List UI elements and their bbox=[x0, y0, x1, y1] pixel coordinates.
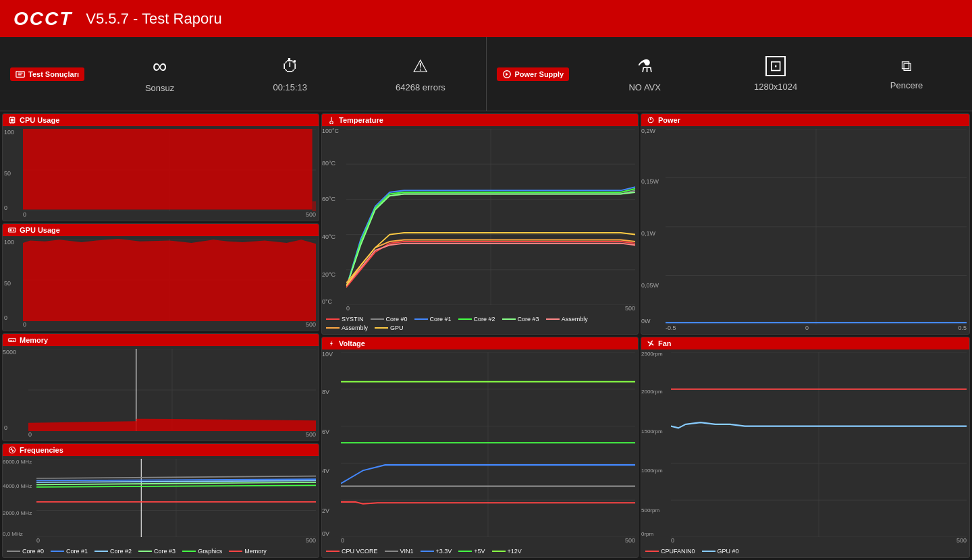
volt-cpuvcore-line bbox=[326, 551, 340, 552]
temp-legend-core3: Core #3 bbox=[502, 316, 539, 323]
test-results-items: ∞ Sonsuz ⏱ 00:15:13 ⚠ 64268 errors bbox=[94, 55, 486, 93]
svg-rect-16 bbox=[23, 129, 313, 210]
temp-y-60: 60°C bbox=[322, 196, 335, 202]
cpu-y-0: 0 bbox=[4, 204, 7, 211]
volt-12v-line bbox=[492, 551, 506, 552]
temp-x-0: 0 bbox=[346, 305, 350, 312]
fan-y-500: 500rpm bbox=[641, 507, 659, 513]
gpu-y-50: 50 bbox=[4, 280, 11, 287]
voltage-legend: CPU VCORE VIN1 +3.3V +5V +12V bbox=[322, 547, 638, 557]
fan-panel: Fan 2500rpm 2000rpm 1500rpm 1000rpm 500r… bbox=[641, 337, 970, 558]
voltage-chart bbox=[341, 352, 635, 537]
power-y-0: 0W bbox=[641, 318, 651, 325]
temperature-icon bbox=[327, 116, 335, 124]
svg-marker-25 bbox=[23, 239, 316, 321]
volt-legend-cpuVcore: CPU VCORE bbox=[326, 548, 378, 555]
fan-x-500: 500 bbox=[956, 537, 967, 544]
volt-vin1-line bbox=[385, 551, 398, 552]
logo: OCCT bbox=[14, 8, 72, 30]
temp-systin-line bbox=[326, 318, 340, 320]
temperature-chart-area: 100°C 80°C 60°C 40°C 20°C 0°C bbox=[322, 126, 638, 314]
cpu-usage-header: CPU Usage bbox=[3, 114, 319, 126]
temperature-panel: Temperature 100°C 80°C 60°C 40°C 20°C 0°… bbox=[321, 113, 639, 335]
freq-y-0: 0,0 MHz bbox=[3, 531, 23, 537]
power-y-01: 0,1W bbox=[641, 230, 655, 237]
gpu-x-500: 500 bbox=[306, 321, 316, 328]
cpu-y-50: 50 bbox=[4, 170, 11, 177]
volt-legend-5v: +5V bbox=[458, 548, 485, 555]
gpu-icon bbox=[8, 226, 16, 234]
svg-rect-26 bbox=[9, 339, 16, 342]
temp-assembly1-line bbox=[546, 318, 560, 320]
temp-y-40: 40°C bbox=[322, 233, 335, 240]
resolution-item: ⊡ 1280x1024 bbox=[710, 56, 841, 92]
temp-core3-line bbox=[502, 318, 516, 320]
header: OCCT V5.5.7 - Test Raporu bbox=[0, 0, 972, 37]
frequencies-chart-area: 6000,0 MHz 4000,0 MHz 2000,0 MHz 0,0 MHz bbox=[3, 456, 319, 547]
test-results-tag: Test Sonuçları bbox=[10, 67, 84, 81]
freq-y-6000: 6000,0 MHz bbox=[3, 459, 32, 465]
freq-y-4000: 4000,0 MHz bbox=[3, 483, 32, 489]
fan-cpu-line bbox=[645, 551, 659, 552]
mem-y-5000: 5000 bbox=[3, 349, 16, 356]
time-label: 00:15:13 bbox=[273, 82, 307, 92]
power-x-0: 0 bbox=[805, 325, 809, 331]
volt-y-4: 4V bbox=[322, 468, 329, 474]
test-results-icon bbox=[16, 69, 25, 79]
fan-y-1000: 1000rpm bbox=[641, 468, 663, 474]
power-supply-tag: Power Supply bbox=[497, 67, 570, 81]
fan-legend-gpu: GPU #0 bbox=[702, 548, 739, 555]
power-supply-section: Power Supply ⚗ NO AVX ⊡ 1280x1024 ⧉ Penc… bbox=[487, 37, 973, 111]
freq-y-2000: 2000,0 MHz bbox=[3, 510, 32, 516]
cpu-chart bbox=[23, 129, 316, 211]
power-chart bbox=[666, 129, 967, 325]
temp-legend-core1: Core #1 bbox=[414, 316, 452, 323]
svg-rect-17 bbox=[313, 201, 316, 211]
frequencies-icon bbox=[8, 446, 16, 454]
freq-legend-core0: Core #0 bbox=[7, 548, 44, 555]
fan-y-0: 0rpm bbox=[641, 531, 653, 537]
temp-core2-line bbox=[458, 318, 472, 320]
window-item: ⧉ Pencere bbox=[841, 56, 972, 92]
temp-y-0: 0°C bbox=[322, 298, 332, 305]
volt-y-8: 8V bbox=[322, 389, 329, 395]
cpu-x-0: 0 bbox=[23, 211, 26, 218]
memory-chart bbox=[28, 349, 316, 431]
fan-gpu-line bbox=[702, 551, 716, 552]
freq-legend-graphics: Graphics bbox=[182, 548, 222, 555]
timer-icon: ⏱ bbox=[281, 56, 299, 77]
freq-x-500: 500 bbox=[306, 537, 316, 544]
power-supply-items: ⚗ NO AVX ⊡ 1280x1024 ⧉ Pencere bbox=[579, 56, 972, 92]
temp-legend-gpu: GPU bbox=[375, 325, 404, 331]
temp-legend-assembly1: Assembly bbox=[546, 316, 588, 323]
cpu-usage-chart-area: 100 50 0 0 500 bbox=[3, 126, 319, 221]
fan-icon bbox=[647, 339, 655, 347]
fan-chart-area: 2500rpm 2000rpm 1500rpm 1000rpm 500rpm 0… bbox=[641, 349, 969, 547]
temperature-chart bbox=[346, 129, 635, 305]
fan-y-1500: 1500rpm bbox=[641, 428, 663, 435]
power-y-015: 0,15W bbox=[641, 178, 659, 185]
fan-chart bbox=[671, 352, 967, 537]
gpu-y-0: 0 bbox=[4, 314, 7, 321]
power-icon bbox=[647, 116, 655, 124]
volt-y-2: 2V bbox=[322, 507, 329, 514]
temp-legend-assembly2: Assembly bbox=[326, 325, 368, 331]
duration-item: ∞ Sonsuz bbox=[94, 55, 225, 93]
voltage-header: Voltage bbox=[322, 337, 638, 349]
temp-x-500: 500 bbox=[625, 305, 635, 312]
cpu-x-500: 500 bbox=[306, 211, 316, 218]
temp-y-80: 80°C bbox=[322, 160, 335, 167]
volt-5v-line bbox=[458, 551, 472, 552]
errors-item: ⚠ 64268 errors bbox=[355, 55, 485, 93]
volt-3v3-line bbox=[421, 551, 434, 552]
freq-core2-line bbox=[94, 551, 108, 552]
memory-header: Memory bbox=[3, 334, 319, 346]
temp-assembly2-line bbox=[326, 327, 340, 329]
freq-graphics-line bbox=[182, 551, 196, 552]
gpu-usage-header: GPU Usage bbox=[3, 224, 319, 236]
volt-y-6: 6V bbox=[322, 428, 329, 435]
power-y-005: 0,05W bbox=[641, 282, 659, 289]
temp-core0-line bbox=[371, 318, 384, 320]
gpu-usage-chart-area: 100 50 0 0 500 bbox=[3, 236, 319, 331]
svg-rect-19 bbox=[9, 229, 11, 231]
